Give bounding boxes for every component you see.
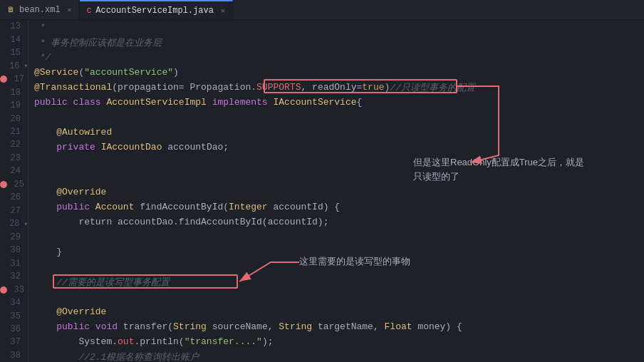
line-markers	[0, 181, 7, 188]
code-line	[31, 229, 644, 244]
close-icon[interactable]: ✕	[68, 6, 72, 14]
code-line: @Autowired	[31, 125, 644, 140]
token: findAccountById(	[134, 202, 229, 212]
gutter-row: 16▾	[0, 59, 28, 72]
gutter-row: 21	[0, 125, 28, 138]
code-line: return accountDao.findAccountById(accoun…	[31, 214, 644, 229]
token: //2.1根据名称查询转出账户	[34, 351, 199, 363]
gutter: 13141516▾17▾1819202122232425▾262728▾2930…	[0, 20, 28, 362]
token: public	[34, 97, 73, 108]
token: System.	[34, 336, 118, 347]
line-number: 25	[7, 180, 28, 190]
token: )	[173, 67, 179, 78]
token: * 事务控制应该都是在业务层	[34, 36, 162, 49]
code-line: public class AccountServiceImpl implemen…	[31, 95, 644, 110]
java-icon: C	[87, 6, 92, 15]
token: accountDao;	[162, 142, 229, 152]
code-line	[31, 155, 644, 170]
gutter-row: 35	[0, 309, 28, 322]
code-area[interactable]: * * 事务控制应该都是在业务层 */@Service("accountServ…	[28, 20, 644, 362]
code-line: //需要的是读写型事务配置	[31, 274, 644, 289]
gutter-row: 31	[0, 257, 28, 269]
line-number: 24	[4, 166, 25, 176]
code-line: @Override	[31, 185, 644, 200]
token: @Transactional	[34, 82, 112, 93]
token: transfer(	[123, 321, 173, 332]
breakpoint-marker	[0, 286, 7, 294]
gutter-row: 18	[0, 86, 28, 98]
token: SUPPORTS	[256, 82, 301, 93]
gutter-row: 37	[0, 336, 28, 348]
fold-button[interactable]: ▾	[24, 220, 28, 228]
tab-account-service-impl[interactable]: C AccountServiceImpl.java ✕	[80, 0, 233, 19]
code-line: */	[31, 50, 644, 65]
token: IAccountDao	[101, 142, 162, 152]
token: @Override	[34, 187, 106, 197]
token: )	[385, 82, 390, 93]
line-markers	[0, 286, 7, 294]
line-number: 17	[7, 74, 28, 84]
line-markers	[0, 76, 7, 83]
token: "accountService"	[84, 67, 173, 78]
breakpoint-marker	[0, 181, 7, 188]
line-number: 22	[4, 140, 25, 150]
fold-button[interactable]: ▾	[24, 62, 28, 70]
token: targetName,	[312, 321, 384, 332]
code-line: public void transfer(String sourceName, …	[31, 319, 644, 334]
token: , readOnly=	[301, 82, 362, 93]
line-number: 28	[3, 219, 24, 229]
gutter-row: 30	[0, 244, 28, 257]
close-icon-active[interactable]: ✕	[221, 6, 225, 15]
breakpoint-marker	[0, 76, 7, 83]
tab-bean-xml[interactable]: 🗎 bean.xml ✕	[0, 0, 80, 19]
line-number: 20	[4, 114, 25, 124]
token: Account	[95, 202, 135, 212]
token: sourceName,	[207, 321, 279, 332]
gutter-row: 32	[0, 270, 28, 283]
gutter-row: 34	[0, 296, 28, 309]
line-number: 35	[4, 311, 25, 321]
gutter-row: 25▾	[0, 178, 28, 191]
token: Float	[385, 321, 412, 332]
gutter-row: 14	[0, 33, 28, 46]
line-number: 32	[4, 272, 25, 281]
token: return accountDao.findAccountById(accoun…	[34, 217, 328, 227]
token: money) {	[412, 321, 462, 332]
token	[34, 321, 56, 332]
line-number: 19	[4, 100, 25, 110]
gutter-row: 29	[0, 231, 28, 244]
gutter-row: 36	[0, 323, 28, 336]
line-number: 13	[4, 21, 25, 31]
token: (	[78, 67, 84, 78]
code-line: * 事务控制应该都是在业务层	[31, 35, 644, 50]
gutter-row: 15	[0, 46, 28, 59]
code-line: }	[31, 244, 644, 259]
token: "transfer...."	[185, 336, 262, 347]
gutter-row: 22	[0, 138, 28, 151]
line-number: 31	[4, 259, 25, 269]
token: String	[173, 321, 207, 332]
token: );	[262, 336, 274, 347]
code-line: @Service("accountService")	[31, 65, 644, 80]
line-number: 30	[4, 245, 25, 255]
code-line	[31, 110, 644, 125]
tab-bar: 🗎 bean.xml ✕ C AccountServiceImpl.java ✕	[0, 0, 644, 20]
line-number: 15	[4, 48, 25, 58]
token: @Override	[34, 306, 106, 317]
line-number: 36	[4, 324, 25, 334]
token: out	[118, 336, 134, 347]
gutter-row: 28▾	[0, 217, 28, 230]
code-line	[31, 170, 644, 185]
token: public	[56, 321, 95, 332]
token: String	[279, 321, 312, 332]
token	[34, 276, 56, 287]
line-number: 38	[4, 351, 25, 361]
line-number: 23	[4, 153, 25, 163]
code-line: public Account findAccountById(Integer a…	[31, 200, 644, 214]
token: void	[95, 321, 123, 332]
token: AccountServiceImpl	[106, 97, 206, 108]
gutter-row: 23	[0, 152, 28, 165]
line-number: 29	[4, 232, 25, 242]
tab-label-account-service-impl: AccountServiceImpl.java	[95, 6, 214, 16]
line-number: 27	[4, 206, 25, 216]
